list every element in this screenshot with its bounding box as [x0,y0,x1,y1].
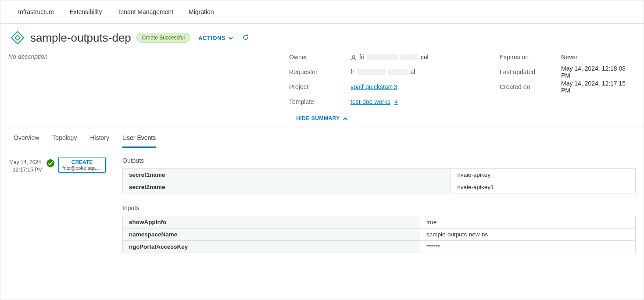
svg-rect-0 [11,32,24,44]
expires-label: Expires on [500,54,561,61]
meta-expires: Expires on Never [500,50,636,64]
outputs-table: secret1name nvaie-apikey secret2name nva… [122,168,636,193]
owner-redacted-2 [401,54,418,60]
nav-tenant-management[interactable]: Tenant Management [117,8,173,15]
hide-summary-toggle[interactable]: HIDE SUMMARY [0,109,644,128]
tab-history[interactable]: History [90,128,109,148]
tab-overview[interactable]: Overview [14,128,39,148]
table-row: secret1name nvaie-apikey [123,169,636,181]
meta-lastupdated: Last updated May 14, 2024, 12:18:08 PM [500,64,636,79]
requestor-value: fr al [351,68,500,75]
description: No description [8,50,289,109]
svg-point-2 [353,56,355,58]
lastupdated-value: May 14, 2024, 12:18:08 PM [561,65,636,79]
chevron-up-icon [343,115,348,121]
page-title: sample-outputs-dep [30,31,131,45]
event-user: fritz@coke.sqa-… [62,165,102,171]
input-key: ngcPortalAccessKey [123,241,420,253]
requestor-redacted-2 [388,69,408,75]
owner-value: fri cal [351,54,500,61]
requestor-redacted-1 [357,69,386,75]
tab-userevents[interactable]: User Events [122,128,156,148]
input-value: sample-outputs-new-ns [420,229,636,241]
meta-template: Template test-doc-works [289,94,500,109]
actions-label: ACTIONS [198,35,225,41]
event-action: CREATE [62,159,102,165]
table-row: showAppInfo true [123,216,636,229]
project-label: Project [289,83,351,90]
project-link[interactable]: vpaif-quickstart-3 [351,83,397,90]
inputs-header: Inputs [122,204,636,211]
output-value: nvaie-apikey1 [451,181,636,193]
svg-point-3 [47,159,54,167]
top-nav: Infrastructure Extensibility Tenant Mana… [0,0,644,24]
outputs-header: Outputs [122,157,636,164]
input-key: showAppInfo [123,216,420,229]
actions-button[interactable]: ACTIONS [198,35,233,41]
success-icon [46,157,55,169]
input-value: ****** [420,241,636,253]
meta-createdon: Created on May 14, 2024, 12:17:15 PM [500,79,636,94]
table-row: ngcPortalAccessKey ****** [123,241,636,253]
content-area: May 14, 2024, 12:17:15 PM CREATE fritz@c… [0,148,644,262]
template-link[interactable]: test-doc-works [351,98,390,105]
expires-value: Never [561,54,636,61]
event-timeline: May 14, 2024, 12:17:15 PM CREATE fritz@c… [8,157,111,253]
createdon-label: Created on [500,83,561,90]
owner-redacted-1 [367,54,398,60]
chevron-down-icon [228,35,233,41]
requestor-prefix: fr [351,68,354,75]
table-row: namespaceName sample-outputs-new-ns [123,229,636,241]
requestor-label: Requestor [289,68,351,75]
input-key: namespaceName [123,229,420,241]
inputs-table: showAppInfo true namespaceName sample-ou… [122,216,636,253]
tabs: Overview Topology History User Events [0,128,644,148]
owner-label: Owner [289,54,351,61]
tab-topology[interactable]: Topology [52,128,77,148]
meta-requestor: Requestor fr al [289,64,500,79]
event-card[interactable]: CREATE fritz@coke.sqa-… [58,157,106,173]
status-badge: Create Successful [136,33,190,43]
user-icon [351,54,357,61]
output-key: secret1name [123,169,451,181]
lastupdated-label: Last updated [500,68,561,75]
input-value: true [420,216,636,229]
details-panel: Outputs secret1name nvaie-apikey secret2… [122,157,636,253]
meta-owner: Owner fri cal [289,50,500,64]
nav-migration[interactable]: Migration [189,8,214,15]
owner-suffix: cal [421,54,429,61]
output-key: secret2name [123,181,451,193]
template-label: Template [289,98,351,105]
download-icon[interactable] [393,98,399,105]
svg-rect-1 [15,35,20,40]
meta-project: Project vpaif-quickstart-3 [289,79,500,94]
owner-prefix: fri [359,54,365,61]
refresh-icon[interactable] [242,34,249,42]
deployment-icon [10,30,25,45]
title-row: sample-outputs-dep Create Successful ACT… [0,24,644,45]
createdon-value: May 14, 2024, 12:17:15 PM [561,80,636,94]
summary-area: No description Owner fri cal Requestor f… [0,45,644,109]
hide-summary-label: HIDE SUMMARY [296,115,340,121]
event-timestamp: May 14, 2024, 12:17:15 PM [8,157,43,174]
nav-extensibility[interactable]: Extensibility [69,8,102,15]
meta-col-2: Expires on Never Last updated May 14, 20… [500,50,636,109]
meta-col-1: Owner fri cal Requestor fr al Project [289,50,500,109]
table-row: secret2name nvaie-apikey1 [123,181,636,193]
requestor-suffix: al [411,68,415,75]
output-value: nvaie-apikey [451,169,636,181]
nav-infrastructure[interactable]: Infrastructure [18,8,54,15]
